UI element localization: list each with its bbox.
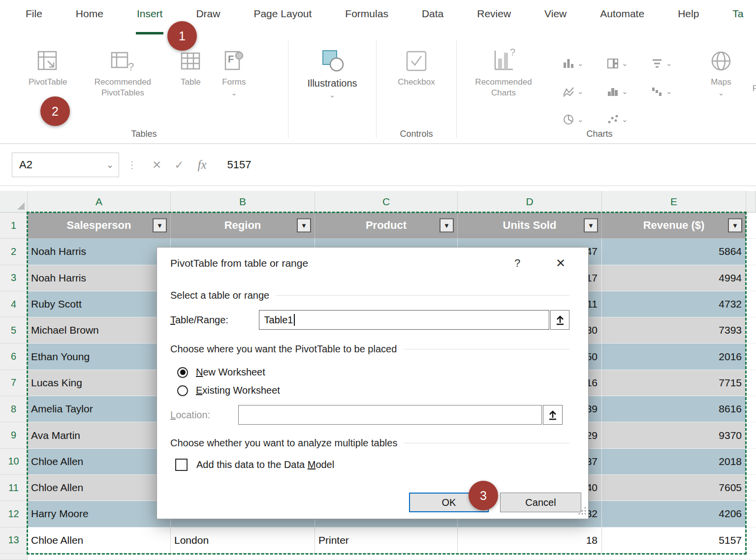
dialog-titlebar[interactable]: PivotTable from table or range ? ✕ [170, 248, 569, 279]
histogram-chart-button[interactable]: ⌄ [602, 77, 647, 105]
cancel-entry-icon[interactable]: ✕ [152, 158, 161, 172]
line-chart-button[interactable]: ⌄ [558, 77, 602, 105]
cell-salesperson[interactable]: Chloe Allen [28, 449, 171, 475]
tab-help[interactable]: Help [677, 3, 700, 34]
header-units-sold[interactable]: Units Sold ▼ [458, 213, 602, 239]
filter-button[interactable]: ▼ [728, 218, 742, 233]
column-header-e[interactable]: E [602, 191, 746, 213]
range-picker-button[interactable] [550, 310, 569, 330]
row-number[interactable]: 3 [0, 265, 28, 291]
forms-button[interactable]: F Forms ⌄ [217, 43, 251, 99]
row-number[interactable]: 9 [0, 422, 28, 448]
radio-selected-icon[interactable] [177, 367, 188, 378]
row-number[interactable]: 2 [0, 239, 28, 265]
name-box[interactable]: A2 ⌄ [12, 153, 119, 177]
cancel-button[interactable]: Cancel [500, 493, 581, 512]
recommended-pivottables-button[interactable]: ? Recommended PivotTables [81, 43, 164, 100]
row-number[interactable]: 12 [0, 501, 28, 527]
treemap-chart-button[interactable]: ⌄ [602, 49, 647, 77]
cell-revenue[interactable]: 7715 [602, 370, 746, 396]
cell-revenue[interactable]: 5864 [602, 239, 746, 265]
cell-salesperson[interactable]: Chloe Allen [28, 475, 171, 501]
cell-salesperson[interactable]: Ava Martin [28, 422, 171, 448]
row-number[interactable]: 11 [0, 475, 28, 501]
waterfall-chart-button[interactable]: ⌄ [647, 77, 691, 105]
header-revenue[interactable]: Revenue ($) ▼ [602, 213, 746, 239]
tab-insert[interactable]: Insert [136, 3, 164, 34]
enter-entry-icon[interactable]: ✓ [174, 158, 184, 172]
cell-salesperson[interactable]: Michael Brown [28, 317, 171, 343]
tab-file[interactable]: File [25, 3, 43, 34]
cell-revenue[interactable]: 7393 [602, 317, 746, 343]
cell-salesperson[interactable]: Ruby Scott [28, 291, 171, 317]
cell-salesperson[interactable]: Lucas King [28, 370, 171, 396]
illustrations-button[interactable]: Illustrations ⌄ [302, 43, 362, 101]
row-number[interactable]: 10 [0, 449, 28, 475]
filter-button[interactable]: ▼ [153, 218, 167, 233]
column-header-b[interactable]: B [171, 191, 315, 213]
row-number[interactable]: 1 [0, 213, 28, 239]
pivottable-button[interactable]: PivotTable [24, 43, 72, 90]
cell-revenue[interactable]: 4206 [602, 501, 746, 527]
location-input[interactable] [238, 405, 542, 425]
resize-grip[interactable] [578, 506, 587, 517]
row-number[interactable]: 7 [0, 370, 28, 396]
checkbox-unchecked-icon[interactable] [175, 459, 188, 471]
name-box-dropdown-icon[interactable]: ⌄ [106, 159, 114, 170]
tab-automate[interactable]: Automate [599, 3, 645, 34]
checkbox-control-button[interactable]: Checkbox [393, 43, 440, 90]
header-region[interactable]: Region ▼ [171, 213, 315, 239]
more-options-icon[interactable]: ⋮ [127, 159, 137, 171]
cell-revenue[interactable]: 5157 [602, 528, 746, 554]
tab-home[interactable]: Home [75, 3, 104, 34]
column-header-d[interactable]: D [458, 191, 602, 213]
cell-salesperson[interactable]: Ethan Young [28, 343, 171, 370]
existing-worksheet-option[interactable]: Existing Worksheet [177, 385, 569, 396]
row-number[interactable]: 6 [0, 343, 28, 370]
column-header-c[interactable]: C [315, 191, 458, 213]
cell-salesperson[interactable]: Harry Moore [28, 501, 171, 527]
tab-data[interactable]: Data [421, 3, 444, 34]
pivotchart-partial-label[interactable]: P [753, 84, 756, 93]
cell-salesperson[interactable]: Noah Harris [28, 239, 171, 265]
cell-revenue[interactable]: 8616 [602, 396, 746, 422]
range-picker-button[interactable] [543, 405, 563, 425]
header-product[interactable]: Product ▼ [315, 213, 458, 239]
cell-product[interactable]: Printer [315, 528, 458, 554]
row-number[interactable]: 4 [0, 291, 28, 317]
cell-region[interactable]: London [171, 528, 315, 554]
column-chart-button[interactable]: ⌄ [558, 49, 602, 77]
formula-input[interactable]: 5157 [227, 158, 252, 171]
cell-revenue[interactable]: 9370 [602, 422, 746, 448]
cell-revenue[interactable]: 2018 [602, 449, 746, 475]
cell-salesperson[interactable]: Noah Harris [28, 265, 171, 291]
filter-button[interactable]: ▼ [584, 218, 598, 233]
table-range-input[interactable]: Table1 [259, 310, 550, 330]
radio-unselected-icon[interactable] [177, 385, 188, 396]
filter-button[interactable]: ▼ [297, 218, 311, 233]
recommended-charts-button[interactable]: ? Recommended Charts [462, 43, 545, 100]
cell-salesperson[interactable]: Chloe Allen [28, 528, 171, 554]
tab-view[interactable]: View [543, 3, 567, 34]
tab-formulas[interactable]: Formulas [344, 3, 389, 34]
filter-button[interactable]: ▼ [440, 218, 454, 233]
cell-revenue[interactable]: 4994 [602, 265, 746, 291]
insert-function-icon[interactable]: fx [198, 158, 207, 172]
row-number[interactable]: 13 [0, 528, 28, 554]
row-number[interactable]: 5 [0, 317, 28, 343]
cell-revenue[interactable]: 4732 [602, 291, 746, 317]
data-model-option[interactable]: Add this data to the Data Model [175, 459, 569, 471]
close-icon[interactable]: ✕ [552, 256, 569, 270]
cell-salesperson[interactable]: Amelia Taylor [28, 396, 171, 422]
cell-units[interactable]: 18 [458, 528, 602, 554]
tab-table-design-partial[interactable]: Ta [731, 3, 744, 34]
help-icon[interactable]: ? [508, 257, 526, 270]
maps-button[interactable]: Maps ⌄ [704, 43, 738, 99]
cell-revenue[interactable]: 7605 [602, 475, 746, 501]
header-salesperson[interactable]: Salesperson ▼ [28, 213, 171, 239]
column-header-a[interactable]: A [28, 191, 171, 213]
tab-draw[interactable]: Draw [195, 3, 221, 34]
cell-revenue[interactable]: 2016 [602, 343, 746, 370]
funnel-chart-button[interactable]: ⌄ [647, 49, 691, 77]
row-number[interactable]: 8 [0, 396, 28, 422]
